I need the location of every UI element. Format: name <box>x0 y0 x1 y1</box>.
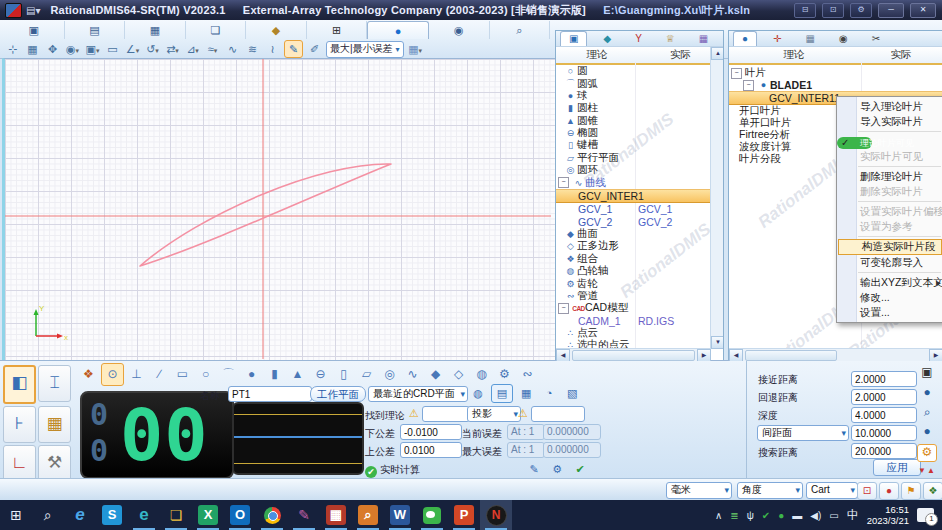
menu-item-checked[interactable]: 理论叶片可见 <box>837 137 872 149</box>
crown-icon[interactable]: ♕ <box>658 32 683 46</box>
table-icon[interactable]: ▦ <box>797 32 822 46</box>
plane-dropdown[interactable]: 最靠近的CRD平面 <box>368 386 468 402</box>
collapse-toggle[interactable] <box>558 177 569 188</box>
menu-item-highlighted[interactable]: 构造实际叶片段 <box>838 239 942 255</box>
start-button[interactable]: ⊞ <box>0 500 32 530</box>
scroll-down-button[interactable]: ▼ <box>711 336 724 349</box>
scan-rotate-icon[interactable]: ↺▾ <box>144 41 161 57</box>
remote-control-icon[interactable]: ⊟ <box>794 3 816 18</box>
scan-wave-icon[interactable]: ≈▾ <box>204 41 221 57</box>
theory-column-header[interactable]: 理论 <box>556 47 638 63</box>
depth-input[interactable] <box>851 407 917 423</box>
tree-item[interactable]: ∿曲线 <box>556 176 723 188</box>
layers-view-icon[interactable]: ▧ <box>562 385 582 402</box>
tree-item[interactable]: ▱平行平面 <box>556 152 723 164</box>
wechat-tray-icon[interactable]: ● <box>778 510 784 521</box>
tree-item[interactable]: ◍凸轮轴 <box>556 265 723 277</box>
tree-item[interactable]: GCV_2GCV_2 <box>556 216 723 228</box>
cut-icon[interactable]: ✂ <box>864 32 888 46</box>
path-icon[interactable]: ⊿▾ <box>184 41 201 57</box>
line-icon[interactable]: ∕ <box>149 364 170 385</box>
rationaldmis-icon[interactable]: N <box>480 500 512 530</box>
surface-icon[interactable]: ◆ <box>425 364 446 385</box>
tree-item[interactable]: GCV_1GCV_1 <box>556 203 723 215</box>
tree-item[interactable]: ⌒圆弧 <box>556 77 723 89</box>
collapse-toggle[interactable] <box>558 303 569 314</box>
excel-icon[interactable]: X <box>192 500 224 530</box>
tree-item[interactable]: ❖组合 <box>556 253 723 265</box>
monitor-status-icon[interactable]: ⊡ <box>822 3 844 18</box>
name-input[interactable] <box>228 386 312 402</box>
slot-icon[interactable]: ▯ <box>333 364 354 385</box>
mosaic-icon[interactable]: ❖ <box>923 482 942 500</box>
tree-item[interactable]: ▲圆锥 <box>556 115 723 127</box>
machine-link-icon[interactable]: ⚙ <box>850 3 872 18</box>
ie-icon[interactable]: e <box>64 500 96 530</box>
browser360-icon[interactable]: ▦ <box>320 500 352 530</box>
wechat-icon[interactable] <box>416 500 448 530</box>
tree-item[interactable]: ⚙齿轮 <box>556 277 723 289</box>
axes-button[interactable]: ∟ <box>3 445 36 482</box>
grid-options-icon[interactable]: ▦▾ <box>407 41 424 57</box>
parallel-planes-icon[interactable]: ▱ <box>356 364 377 385</box>
tab-report[interactable]: ▤ <box>65 21 126 39</box>
output-icon[interactable]: ▣ <box>918 365 936 381</box>
probe-ball-icon[interactable]: ● <box>879 482 899 500</box>
plane-icon[interactable]: ▭ <box>172 364 193 385</box>
fixture-button[interactable]: ⌶ <box>38 365 71 402</box>
solid-tab[interactable]: ▣ <box>560 31 587 46</box>
tree-item[interactable]: ◆曲面 <box>556 228 723 240</box>
tool-settings-icon[interactable]: ⚙ <box>547 461 567 478</box>
explorer-icon[interactable]: ❏ <box>160 500 192 530</box>
axes-feature-icon[interactable]: ⊥ <box>126 364 147 385</box>
polygon-icon[interactable]: ◇ <box>448 364 469 385</box>
actual-column-header[interactable]: 实际 <box>859 47 942 63</box>
frame-icon[interactable]: ▭ <box>104 41 121 57</box>
fit-view-icon[interactable]: ⊹ <box>4 41 21 57</box>
spacing-input[interactable] <box>851 425 917 441</box>
horizontal-scrollbar[interactable]: ◀ ▶ <box>729 348 942 361</box>
confirm-icon[interactable]: ✔ <box>570 461 590 478</box>
tree-item[interactable]: ∴点云 <box>556 327 723 339</box>
angle-dropdown[interactable]: 角度 <box>737 482 803 499</box>
settings-gear-icon[interactable]: ⚙ <box>917 444 937 462</box>
tab-layers[interactable]: ❏ <box>186 21 247 39</box>
tray-chevron-icon[interactable]: ∧ <box>715 510 722 521</box>
pan-icon[interactable]: ✥ <box>44 41 61 57</box>
flag-icon[interactable]: ⚑ <box>901 482 921 500</box>
tree-item[interactable]: 叶片 <box>729 67 942 79</box>
point-icon[interactable]: ⊙ <box>101 363 124 386</box>
arc-icon[interactable]: ⌒ <box>218 364 239 385</box>
menu-item-submenu[interactable]: 输出XYZ到文本文件 <box>837 275 942 290</box>
usb-icon[interactable]: ψ <box>747 510 754 521</box>
wave-high-icon[interactable]: ≀ <box>264 41 281 57</box>
cone-icon[interactable]: ▲ <box>287 364 308 385</box>
wave-mid-icon[interactable]: ≋ <box>244 41 261 57</box>
menu-item[interactable]: 可变轮廓导入 <box>837 255 942 270</box>
found-theory-input[interactable] <box>422 406 470 422</box>
ellipse-icon[interactable]: ⊖ <box>310 364 331 385</box>
minimize-button[interactable]: ─ <box>878 3 904 18</box>
crate-button[interactable]: ▦ <box>38 406 71 443</box>
tree-item[interactable]: ◇正多边形 <box>556 240 723 252</box>
zoom-window-icon[interactable]: ▦ <box>24 41 41 57</box>
perf-icon[interactable]: ≣ <box>730 510 738 521</box>
camera-icon[interactable]: ◉ <box>831 32 856 46</box>
edit-icon[interactable]: ✎ <box>524 461 544 478</box>
tab-graphics[interactable]: ◆ <box>246 21 307 39</box>
edge-icon[interactable]: e <box>128 500 160 530</box>
approach-input[interactable] <box>851 371 917 387</box>
projection-dropdown[interactable]: 投影 <box>467 406 521 422</box>
snapshot-icon[interactable]: ▣▾ <box>84 41 101 57</box>
projection-input[interactable] <box>531 406 585 422</box>
probe-touch-icon[interactable]: ● <box>918 424 936 440</box>
error-mode-dropdown[interactable]: 最大|最小误差 <box>326 41 404 58</box>
network-icon[interactable]: ▭ <box>829 510 838 521</box>
tree-item[interactable]: ◎圆环 <box>556 164 723 176</box>
clock[interactable]: 16:51 2023/3/21 <box>867 504 909 526</box>
tab-probe[interactable]: ● <box>367 21 429 39</box>
circle-icon[interactable]: ○ <box>195 364 216 385</box>
search-dist-input[interactable] <box>851 443 917 459</box>
collapse-toggle[interactable] <box>731 68 742 79</box>
menu-item[interactable]: 修改... <box>837 290 942 305</box>
